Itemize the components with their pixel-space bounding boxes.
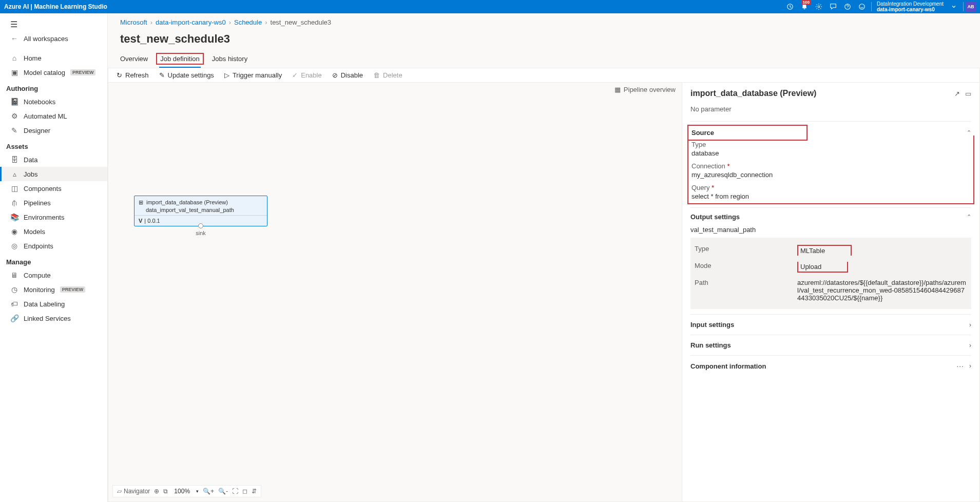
sidebar-item-endpoints[interactable]: ◎ Endpoints bbox=[0, 239, 107, 253]
zoom-level[interactable]: 100% bbox=[174, 488, 190, 495]
output-port[interactable] bbox=[198, 223, 203, 228]
workspace-name: data-import-canary-ws0 bbox=[877, 7, 944, 12]
actual-size-icon[interactable]: ◻ bbox=[242, 488, 247, 495]
run-settings-section[interactable]: Run settings › bbox=[690, 335, 971, 355]
pipelines-icon: ⫛ bbox=[10, 199, 18, 207]
sidebar-label: Environments bbox=[24, 214, 64, 221]
settings-icon[interactable] bbox=[812, 0, 826, 13]
sidebar-item-linked-services[interactable]: 🔗 Linked Services bbox=[0, 311, 107, 325]
source-type-value: database bbox=[691, 149, 970, 157]
chevron-right-icon: › bbox=[969, 342, 971, 349]
trash-icon: 🗑 bbox=[373, 71, 380, 79]
tab-jobs-history[interactable]: Jobs history bbox=[212, 55, 247, 68]
screenshot-icon[interactable]: ⧉ bbox=[163, 488, 168, 495]
sidebar-item-components[interactable]: ◫ Components bbox=[0, 181, 107, 196]
zoom-out-icon[interactable]: 🔍- bbox=[218, 488, 228, 495]
tab-job-definition[interactable]: Job definition bbox=[159, 55, 201, 68]
pipeline-canvas[interactable]: ▦ Pipeline overview ⊞ import_data_databa… bbox=[108, 83, 682, 501]
pipeline-node[interactable]: ⊞ import_data_database (Preview) data_im… bbox=[134, 196, 267, 226]
sidebar-item-compute[interactable]: 🖥 Compute bbox=[0, 268, 107, 282]
sidebar-item-automl[interactable]: ⚙ Automated ML bbox=[0, 109, 107, 123]
sidebar-item-monitoring[interactable]: ◷ Monitoring PREVIEW bbox=[0, 282, 107, 297]
main-content: Microsoft› data-import-canary-ws0› Sched… bbox=[108, 13, 980, 502]
home-icon: ⌂ bbox=[10, 54, 18, 62]
monitoring-icon: ◷ bbox=[10, 285, 18, 294]
more-icon[interactable]: ··· bbox=[956, 362, 964, 370]
sidebar-label: Models bbox=[24, 228, 45, 236]
workspace-switcher[interactable]: DataIntegration Development data-import-… bbox=[874, 1, 947, 12]
port-label: sink bbox=[196, 230, 206, 236]
chevron-up-icon: ⌃ bbox=[967, 129, 971, 136]
sidebar-item-designer[interactable]: ✎ Designer bbox=[0, 123, 107, 138]
sidebar-item-pipelines[interactable]: ⫛ Pipelines bbox=[0, 196, 107, 210]
sidebar-label: Data bbox=[24, 156, 37, 164]
navigator-icon: ▱ bbox=[117, 488, 122, 495]
breadcrumb-link[interactable]: Microsoft bbox=[120, 18, 147, 26]
sidebar-item-environments[interactable]: 📚 Environments bbox=[0, 210, 107, 224]
sidebar-item-models[interactable]: ◉ Models bbox=[0, 224, 107, 239]
sidebar-label: Endpoints bbox=[24, 242, 53, 250]
navigator-button[interactable]: ▱Navigator bbox=[117, 488, 150, 495]
avatar[interactable]: AB bbox=[966, 2, 976, 12]
menu-toggle-icon[interactable]: ☰ bbox=[0, 17, 107, 31]
locate-icon[interactable]: ⊕ bbox=[154, 488, 159, 495]
compute-icon: 🖥 bbox=[10, 271, 18, 279]
chevron-right-icon: › bbox=[969, 321, 971, 329]
sidebar-item-model-catalog[interactable]: ▣ Model catalog PREVIEW bbox=[0, 65, 107, 80]
tab-overview[interactable]: Overview bbox=[120, 55, 148, 68]
layout-icon[interactable]: ⇵ bbox=[252, 488, 257, 495]
workspace-chevron-icon[interactable] bbox=[947, 0, 961, 13]
trigger-manually-button[interactable]: ▷Trigger manually bbox=[224, 71, 282, 79]
feedback-icon[interactable] bbox=[826, 0, 840, 13]
node-title: import_data_database (Preview) bbox=[146, 199, 228, 205]
smile-icon[interactable] bbox=[855, 0, 869, 13]
pipeline-overview-button[interactable]: ▦ Pipeline overview bbox=[614, 86, 676, 93]
sidebar-section-manage: Manage bbox=[0, 253, 107, 268]
sidebar-item-data-labeling[interactable]: 🏷 Data Labeling bbox=[0, 297, 107, 311]
history-icon[interactable] bbox=[783, 0, 797, 13]
panel-icon: ▦ bbox=[614, 86, 621, 93]
source-query-value: select * from region bbox=[691, 192, 970, 200]
edit-icon: ✎ bbox=[159, 71, 165, 79]
breadcrumb-link[interactable]: data-import-canary-ws0 bbox=[156, 18, 226, 26]
output-mode-value: Upload bbox=[797, 262, 848, 273]
sidebar-item-home[interactable]: ⌂ Home bbox=[0, 51, 107, 65]
workspace-directory: DataIntegration Development bbox=[877, 1, 944, 7]
sidebar-item-notebooks[interactable]: 📓 Notebooks bbox=[0, 94, 107, 109]
output-settings-header[interactable]: Output settings ⌃ bbox=[690, 213, 971, 221]
endpoints-icon: ◎ bbox=[10, 242, 18, 250]
check-icon: ✓ bbox=[292, 71, 298, 79]
fullscreen-icon[interactable]: ▭ bbox=[965, 90, 971, 98]
expand-icon[interactable]: ↗ bbox=[954, 90, 960, 98]
output-settings-section: Output settings ⌃ val_test_manual_path T… bbox=[690, 207, 971, 314]
preview-badge: PREVIEW bbox=[70, 69, 96, 75]
chevron-down-icon[interactable]: ▾ bbox=[196, 489, 199, 494]
update-settings-button[interactable]: ✎Update settings bbox=[159, 71, 214, 79]
sidebar-label: Data Labeling bbox=[24, 300, 65, 308]
block-icon: ⊘ bbox=[332, 71, 338, 79]
sidebar: ☰ ← All workspaces ⌂ Home ▣ Model catalo… bbox=[0, 13, 108, 502]
notifications-icon[interactable]: 100 bbox=[797, 0, 812, 13]
fit-icon[interactable]: ⛶ bbox=[232, 488, 238, 495]
help-icon[interactable] bbox=[840, 0, 855, 13]
source-connection-label: Connection * bbox=[691, 162, 970, 170]
disable-button[interactable]: ⊘Disable bbox=[332, 71, 363, 79]
refresh-button[interactable]: ↻Refresh bbox=[117, 71, 149, 79]
sidebar-label: Home bbox=[24, 54, 42, 62]
catalog-icon: ▣ bbox=[10, 68, 18, 76]
component-information-section[interactable]: Component information ··· › bbox=[690, 355, 971, 376]
play-icon: ▷ bbox=[224, 71, 229, 79]
source-connection-value: my_azuresqldb_connection bbox=[691, 171, 970, 179]
sidebar-item-data[interactable]: 🗄 Data bbox=[0, 152, 107, 167]
chevron-up-icon: ⌃ bbox=[967, 214, 971, 220]
zoom-in-icon[interactable]: 🔍+ bbox=[203, 488, 214, 495]
sidebar-item-jobs[interactable]: ▵ Jobs bbox=[0, 167, 107, 181]
environments-icon: 📚 bbox=[10, 213, 18, 221]
sidebar-label: Jobs bbox=[24, 170, 37, 178]
sidebar-item-all-workspaces[interactable]: ← All workspaces bbox=[0, 31, 107, 46]
source-section-header[interactable]: Source ⌃ bbox=[690, 127, 971, 139]
models-icon: ◉ bbox=[10, 227, 18, 236]
top-bar: Azure AI | Machine Learning Studio 100 D… bbox=[0, 0, 980, 13]
input-settings-section[interactable]: Input settings › bbox=[690, 314, 971, 335]
breadcrumb-link[interactable]: Schedule bbox=[234, 18, 262, 26]
